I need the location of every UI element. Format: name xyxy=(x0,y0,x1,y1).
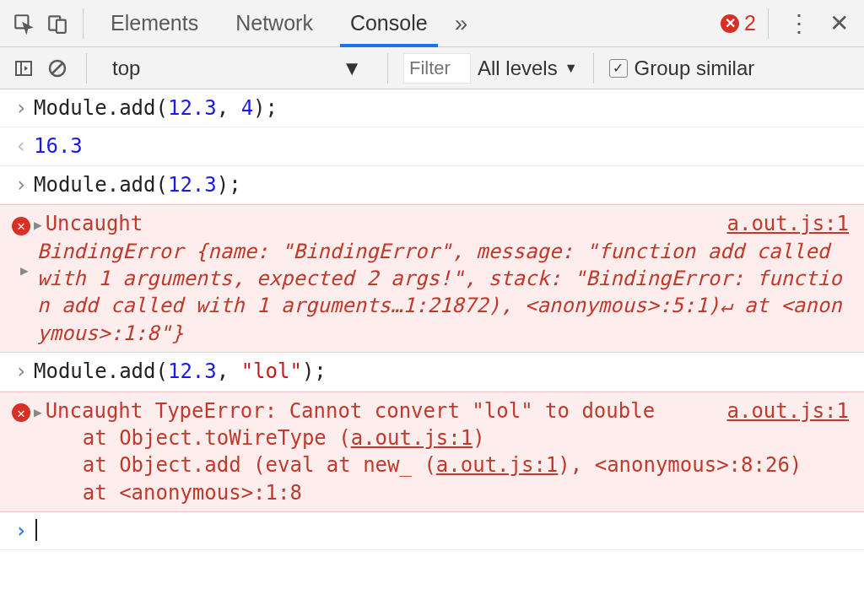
device-toggle-icon[interactable] xyxy=(40,7,74,41)
close-icon[interactable]: ✕ xyxy=(821,9,857,37)
divider xyxy=(387,53,388,84)
code-segment: BindingError {name: xyxy=(37,240,281,263)
code-segment: , xyxy=(217,359,241,383)
input-chevron-icon: › xyxy=(8,171,34,198)
prompt-input[interactable] xyxy=(34,517,856,544)
svg-rect-3 xyxy=(16,62,31,75)
tab-console[interactable]: Console xyxy=(332,0,446,46)
error-headline-text: Uncaught xyxy=(46,212,143,235)
row-content: a.out.js:1▶Uncaught TypeError: Cannot co… xyxy=(34,397,856,507)
console-row-input: ›Module.add(12.3, "lol"); xyxy=(0,353,864,391)
code-segment: ); xyxy=(253,96,278,120)
group-similar-toggle[interactable]: ✓ Group similar xyxy=(609,57,755,80)
row-content: 16.3 xyxy=(34,132,856,159)
svg-rect-2 xyxy=(57,19,66,32)
console-row-output: ‹16.3 xyxy=(0,127,864,165)
divider xyxy=(83,8,84,39)
chevron-down-icon: ▼ xyxy=(342,57,362,80)
tab-elements[interactable]: Elements xyxy=(92,0,217,46)
code-segment: , stack: xyxy=(464,267,574,290)
error-gutter: ✕ xyxy=(8,397,34,424)
svg-line-6 xyxy=(52,63,62,73)
tabs: Elements Network Console » xyxy=(92,0,721,46)
error-detail: ▶BindingError {name: "BindingError", mes… xyxy=(34,238,849,348)
context-label: top xyxy=(112,57,140,80)
more-tabs-icon[interactable]: » xyxy=(446,10,477,37)
input-chevron-icon: › xyxy=(8,95,34,122)
prompt-chevron-icon: › xyxy=(8,517,34,544)
code-segment: } xyxy=(171,322,183,345)
console-row-input: ›Module.add(12.3, 4); xyxy=(0,89,864,127)
console-row-error: ✕a.out.js:1▶Uncaught▶BindingError {name:… xyxy=(0,204,864,353)
console-row-input: ›Module.add(12.3); xyxy=(0,166,864,204)
inspect-icon[interactable] xyxy=(7,7,40,41)
tab-network[interactable]: Network xyxy=(217,0,332,46)
filter-input[interactable] xyxy=(403,53,471,84)
code-segment: Module.add( xyxy=(34,96,168,120)
cursor xyxy=(35,519,37,541)
row-content: a.out.js:1▶Uncaught▶BindingError {name: … xyxy=(34,210,856,347)
source-link[interactable]: a.out.js:1 xyxy=(727,397,850,424)
code-segment: 12.3 xyxy=(168,359,217,383)
input-chevron-icon: › xyxy=(8,358,34,385)
clear-console-icon[interactable] xyxy=(44,51,71,85)
error-icon: ✕ xyxy=(12,217,30,235)
output-chevron-icon: ‹ xyxy=(8,132,34,159)
code-segment: "BindingError" xyxy=(281,240,451,263)
code-segment: 12.3 xyxy=(168,173,217,197)
group-similar-label: Group similar xyxy=(634,57,755,80)
kebab-menu-icon[interactable]: ⋮ xyxy=(777,9,821,37)
code-segment: ); xyxy=(302,359,327,383)
error-count: 2 xyxy=(744,11,756,35)
console-row-error: ✕a.out.js:1▶Uncaught TypeError: Cannot c… xyxy=(0,392,864,513)
code-segment: , xyxy=(217,96,241,120)
checkbox-checked-icon[interactable]: ✓ xyxy=(609,59,628,78)
sidebar-toggle-icon[interactable] xyxy=(10,51,37,85)
chevron-down-icon: ▼ xyxy=(564,61,578,76)
expand-triangle-icon[interactable]: ▶ xyxy=(20,262,29,280)
divider xyxy=(768,8,769,39)
console-body: ›Module.add(12.3, 4);‹16.3›Module.add(12… xyxy=(0,89,864,550)
error-gutter: ✕ xyxy=(8,210,34,237)
console-prompt[interactable]: › xyxy=(0,512,864,550)
code-segment: 12.3 xyxy=(168,96,217,120)
console-subbar: top ▼ All levels ▼ ✓ Group similar xyxy=(0,47,864,89)
code-segment: 16.3 xyxy=(34,134,83,158)
error-icon: ✕ xyxy=(721,14,739,33)
stack-line: at Object.toWireType (a.out.js:1) xyxy=(34,424,849,451)
stack-line: at Object.add (eval at new_ (a.out.js:1)… xyxy=(34,451,849,478)
error-badge[interactable]: ✕ 2 xyxy=(721,11,756,35)
error-headline-text: Uncaught TypeError: Cannot convert "lol"… xyxy=(46,399,655,423)
devtools-toolbar: Elements Network Console » ✕ 2 ⋮ ✕ xyxy=(0,0,864,47)
code-segment: , message: xyxy=(451,240,586,263)
code-segment: "lol" xyxy=(241,359,302,383)
error-icon: ✕ xyxy=(12,403,30,422)
expand-triangle-icon[interactable]: ▶ xyxy=(34,403,42,422)
levels-label: All levels xyxy=(478,57,558,80)
source-link[interactable]: a.out.js:1 xyxy=(436,453,559,477)
source-link[interactable]: a.out.js:1 xyxy=(351,426,473,450)
code-segment: Module.add( xyxy=(34,173,168,197)
code-segment: 4 xyxy=(241,96,253,120)
code-segment: ); xyxy=(217,173,241,197)
divider xyxy=(86,53,87,84)
context-select[interactable]: top ▼ xyxy=(102,57,372,80)
row-content: Module.add(12.3, 4); xyxy=(34,95,856,122)
divider xyxy=(593,53,594,84)
code-segment: Module.add( xyxy=(34,359,168,383)
expand-triangle-icon[interactable]: ▶ xyxy=(34,216,42,235)
stack-line: at <anonymous>:1:8 xyxy=(34,479,849,506)
row-content: Module.add(12.3, "lol"); xyxy=(34,358,856,385)
row-content: Module.add(12.3); xyxy=(34,171,856,198)
log-levels-select[interactable]: All levels ▼ xyxy=(478,57,578,80)
source-link[interactable]: a.out.js:1 xyxy=(727,210,850,237)
